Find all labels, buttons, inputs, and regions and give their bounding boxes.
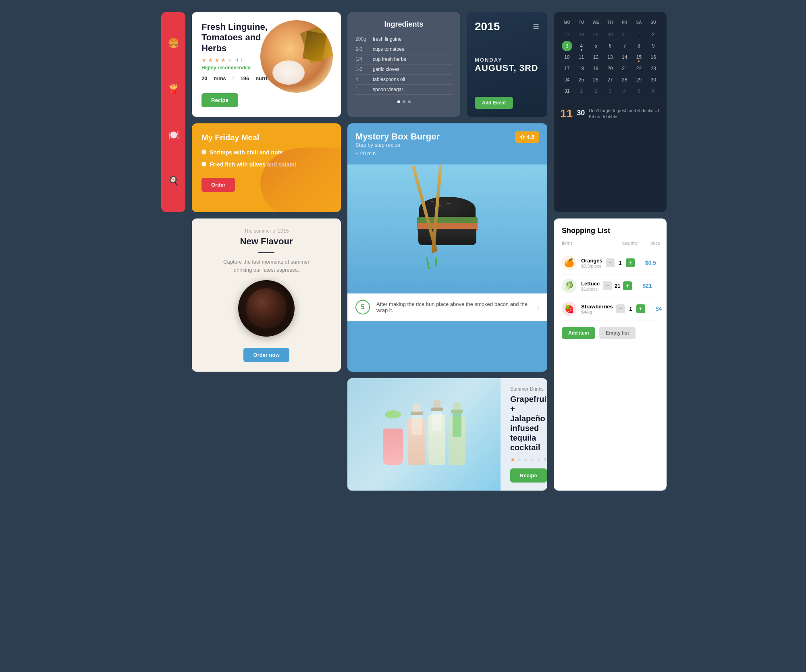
rating-number: 4.1 <box>235 57 243 63</box>
qty-plus-strawberries[interactable]: + <box>636 304 645 313</box>
item-total-strawberries: $4 <box>656 306 667 312</box>
mystery-rating: ☆ 4.8 <box>515 131 539 143</box>
shopping-footer: Add item Empty list <box>562 327 659 339</box>
cal-day[interactable]: 6 <box>603 41 617 51</box>
cal-day[interactable]: 1 <box>632 29 646 40</box>
add-item-button[interactable]: Add item <box>562 327 595 339</box>
coffee-image <box>238 280 295 337</box>
cal-day[interactable]: 19 <box>589 63 602 74</box>
clock-hour: 11 <box>560 107 573 120</box>
cal-day[interactable]: 5 <box>632 86 646 96</box>
mystery-title: Mystery Box Burger <box>355 131 539 142</box>
cal-day[interactable]: 8 <box>632 41 646 51</box>
cal-day[interactable]: 30 <box>646 75 660 85</box>
sidebar-icon-fries[interactable]: 🍟 <box>165 81 182 98</box>
cal-day[interactable]: 18 <box>575 63 588 74</box>
qty-minus-strawberries[interactable]: − <box>616 304 625 313</box>
cal-day[interactable]: 3 <box>603 86 617 96</box>
friday-title: My Friday Meal <box>202 133 331 142</box>
item-total-lettuce: $21 <box>642 283 667 289</box>
calendar-footer: 11 30 Don't forget to post food & drinks… <box>560 102 660 120</box>
cal-day[interactable]: 22 <box>632 63 646 74</box>
date-full: AUGUST, 3RD <box>475 63 539 73</box>
cal-day[interactable]: 11 <box>575 52 588 62</box>
cal-day[interactable]: 27 <box>603 75 617 85</box>
cal-day[interactable]: 10 <box>560 52 574 62</box>
shopping-row-strawberries: 🍓 Strawberries $4/kg − 1 + $4 × <box>562 298 659 320</box>
dot-3[interactable] <box>408 100 411 103</box>
qty-plus-oranges[interactable]: + <box>626 258 635 267</box>
cal-day[interactable]: 25 <box>575 75 588 85</box>
recipe-nutrition: 196 <box>240 75 249 81</box>
next-step-arrow[interactable]: › <box>536 303 539 312</box>
dot-2[interactable] <box>403 100 405 103</box>
cal-day[interactable]: 21 <box>618 63 632 74</box>
qty-minus-oranges[interactable]: − <box>606 258 615 267</box>
cal-day[interactable]: 2 <box>646 29 660 40</box>
cal-day[interactable]: 2 <box>589 86 602 96</box>
cal-day[interactable]: 27 <box>560 29 574 40</box>
sidebar-icon-plate[interactable]: 🍽️ <box>165 127 182 144</box>
cal-day[interactable]: 28 <box>575 29 588 40</box>
cocktail-rating: ★ ★ ★ ★ ★ 4.3 <box>510 456 547 463</box>
cal-day[interactable]: 4 <box>618 86 632 96</box>
cal-day[interactable]: 31 <box>560 86 574 96</box>
c-star-1: ★ <box>510 456 515 463</box>
item-price-oranges: $0.5/piece <box>581 264 602 268</box>
qty-minus-lettuce[interactable]: − <box>603 281 612 290</box>
empty-list-button[interactable]: Empty list <box>599 327 635 339</box>
star-3: ★ <box>214 57 220 63</box>
cal-day[interactable]: 31 <box>618 29 632 40</box>
cocktail-recipe-button[interactable]: Recipe <box>510 468 547 483</box>
ingredient-row-2: 2-3 cups tomatoes <box>355 44 452 54</box>
cal-day[interactable]: 30 <box>603 29 617 40</box>
ingredient-row-6: 1 spoon vinegar <box>355 85 452 95</box>
cal-day[interactable]: 15 <box>632 52 646 62</box>
shopping-row-oranges: 🍊 Oranges $0.5/piece − 1 + $0.5 × <box>562 252 659 275</box>
cocktail-rating-num: 4.3 <box>544 457 547 462</box>
cal-day[interactable]: 16 <box>646 52 660 62</box>
cal-day[interactable]: 17 <box>560 63 574 74</box>
recipe-button[interactable]: Recipe <box>202 93 238 107</box>
date-year: 2015 <box>475 20 500 33</box>
cocktail-bottles <box>383 400 465 469</box>
cal-day[interactable]: 6 <box>646 86 660 96</box>
meal-dot-1 <box>202 150 206 154</box>
cal-day[interactable]: 29 <box>632 75 646 85</box>
ing-name-3: cup fresh herbs <box>373 56 406 62</box>
coffee-inner <box>246 288 287 329</box>
cal-day[interactable]: 5 <box>589 41 602 51</box>
cocktail-title: Grapefruit + Jalapeño infused tequila co… <box>510 394 547 452</box>
dot-1[interactable] <box>397 100 400 103</box>
cal-day[interactable]: 20 <box>603 63 617 74</box>
sidebar-icon-cook[interactable]: 🍳 <box>165 173 182 189</box>
cal-day[interactable]: 14 <box>618 52 632 62</box>
cal-day[interactable]: 7 <box>618 41 632 51</box>
ingredients-title: Ingredients <box>355 20 452 29</box>
cal-day[interactable]: 13 <box>603 52 617 62</box>
mystery-box-card: Mystery Box Burger Step by step recipe ~… <box>347 123 547 372</box>
cal-day[interactable]: 23 <box>646 63 660 74</box>
col-quantity: quantity <box>622 241 650 245</box>
calendar-card: MO TU WE TH FR SA SU 27 28 29 30 31 1 2 … <box>554 12 667 212</box>
order-button[interactable]: Order <box>202 178 235 192</box>
cal-day[interactable]: 9 <box>646 41 660 51</box>
cal-day[interactable]: 29 <box>589 29 602 40</box>
ingredient-row-1: 200g fresh linguine <box>355 34 452 44</box>
qty-plus-lettuce[interactable]: + <box>623 281 632 290</box>
ingredient-row-4: 1-2 garlic cloves <box>355 64 452 75</box>
cal-day[interactable]: 1 <box>575 86 588 96</box>
cal-day[interactable]: 28 <box>618 75 632 85</box>
cal-day[interactable]: 4 <box>575 41 588 51</box>
ing-name-2: cups tomatoes <box>373 46 404 52</box>
add-event-button[interactable]: Add Event <box>475 97 513 109</box>
time-unit: mins <box>214 75 226 81</box>
cal-day[interactable]: 26 <box>589 75 602 85</box>
cal-day[interactable]: 24 <box>560 75 574 85</box>
order-now-button[interactable]: Order now <box>243 348 289 362</box>
cal-day[interactable]: 12 <box>589 52 602 62</box>
flavour-description: Capture the last moments of summer drink… <box>214 258 318 274</box>
ingredient-row-3: 1/4 cup fresh herbs <box>355 54 452 64</box>
sidebar-icon-burger[interactable]: 🍔 <box>165 35 182 52</box>
cal-day-today[interactable]: 3 <box>562 41 572 51</box>
